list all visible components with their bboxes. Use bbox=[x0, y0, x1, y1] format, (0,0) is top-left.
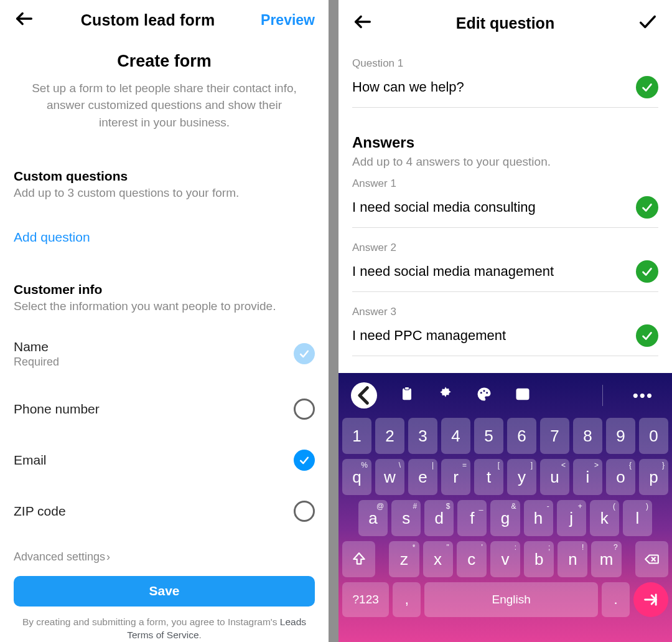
customer-info-title: Customer info bbox=[14, 282, 315, 297]
key-z[interactable]: z* bbox=[389, 541, 419, 577]
answer-text: I need social media management bbox=[352, 263, 554, 280]
key-u[interactable]: u< bbox=[540, 459, 569, 495]
key-9[interactable]: 9 bbox=[606, 418, 635, 454]
header: Edit question bbox=[338, 0, 672, 46]
key-y[interactable]: y] bbox=[507, 459, 536, 495]
key-t[interactable]: t[ bbox=[474, 459, 503, 495]
answer-input-row[interactable]: I need PPC management bbox=[352, 324, 658, 356]
field-label: Name bbox=[14, 339, 59, 354]
key-1[interactable]: 1 bbox=[342, 418, 371, 454]
back-arrow-icon[interactable] bbox=[352, 11, 373, 35]
svg-point-6 bbox=[483, 390, 485, 392]
comma-key[interactable]: , bbox=[393, 582, 421, 617]
field-row-email[interactable]: Email bbox=[14, 450, 315, 471]
key-c[interactable]: c' bbox=[457, 541, 487, 577]
key-x[interactable]: x" bbox=[423, 541, 453, 577]
more-icon[interactable]: ••• bbox=[633, 386, 653, 405]
tos-prefix: By creating and submitting a form, you a… bbox=[22, 616, 280, 627]
confirm-check-icon[interactable] bbox=[637, 11, 658, 35]
advanced-settings-link[interactable]: Advanced settings › bbox=[14, 550, 315, 564]
key-0[interactable]: 0 bbox=[639, 418, 668, 454]
enter-key[interactable] bbox=[633, 582, 668, 617]
answer-label: Answer 2 bbox=[352, 242, 658, 254]
answer-input-row[interactable]: I need social media management bbox=[352, 260, 658, 292]
custom-questions-sub: Add up to 3 custom questions to your for… bbox=[14, 186, 315, 200]
field-label: Email bbox=[14, 453, 47, 468]
add-question-link[interactable]: Add question bbox=[14, 230, 90, 245]
key-l[interactable]: l) bbox=[623, 500, 652, 536]
backspace-key[interactable] bbox=[635, 541, 668, 577]
space-key[interactable]: English bbox=[424, 582, 598, 617]
key-a[interactable]: a@ bbox=[358, 500, 388, 536]
key-r[interactable]: r= bbox=[441, 459, 470, 495]
shift-key[interactable] bbox=[342, 541, 375, 577]
keyboard-toolbar: ••• bbox=[342, 378, 668, 413]
answer-label: Answer 1 bbox=[352, 177, 658, 190]
key-n[interactable]: n! bbox=[558, 541, 587, 577]
page-subheading: Set up a form to let people share their … bbox=[29, 80, 300, 131]
key-o[interactable]: o{ bbox=[606, 459, 635, 495]
tos-suffix: . bbox=[199, 630, 202, 640]
resize-icon[interactable] bbox=[514, 385, 531, 405]
checkbox-locked-icon bbox=[294, 343, 315, 364]
checkbox-checked-icon[interactable] bbox=[294, 450, 315, 471]
key-5[interactable]: 5 bbox=[474, 418, 503, 454]
preview-link[interactable]: Preview bbox=[261, 12, 315, 29]
keyboard-collapse-icon[interactable] bbox=[351, 382, 377, 408]
key-d[interactable]: d$ bbox=[424, 500, 454, 536]
key-v[interactable]: v: bbox=[490, 541, 520, 577]
gear-icon[interactable] bbox=[437, 385, 454, 405]
question-input-row[interactable]: How can we help? bbox=[352, 76, 658, 108]
svg-rect-8 bbox=[517, 389, 529, 399]
key-q[interactable]: q% bbox=[342, 459, 371, 495]
key-p[interactable]: p} bbox=[639, 459, 668, 495]
key-w[interactable]: w\ bbox=[375, 459, 404, 495]
key-f[interactable]: f_ bbox=[457, 500, 487, 536]
key-k[interactable]: k( bbox=[590, 500, 619, 536]
field-row-phone[interactable]: Phone number bbox=[14, 399, 315, 420]
checkbox-empty-icon[interactable] bbox=[294, 399, 315, 420]
period-key[interactable]: . bbox=[602, 582, 630, 617]
key-6[interactable]: 6 bbox=[507, 418, 536, 454]
svg-point-5 bbox=[480, 392, 482, 394]
answers-sub: Add up to 4 answers to your question. bbox=[352, 155, 658, 169]
keyboard-row-bottom: ?123 , English . bbox=[342, 582, 668, 617]
answer-input-row[interactable]: I need social media consulting bbox=[352, 196, 658, 228]
key-j[interactable]: j+ bbox=[557, 500, 586, 536]
key-e[interactable]: e| bbox=[408, 459, 437, 495]
space-key-label: English bbox=[492, 593, 531, 607]
save-button[interactable]: Save bbox=[14, 576, 315, 607]
key-3[interactable]: 3 bbox=[408, 418, 437, 454]
tos-text: By creating and submitting a form, you a… bbox=[17, 615, 311, 642]
back-arrow-icon[interactable] bbox=[14, 8, 35, 32]
valid-check-icon bbox=[636, 76, 658, 98]
field-required-note: Required bbox=[14, 356, 59, 369]
key-h[interactable]: h- bbox=[524, 500, 553, 536]
key-i[interactable]: i> bbox=[573, 459, 602, 495]
field-label: ZIP code bbox=[14, 504, 66, 519]
question-label: Question 1 bbox=[352, 57, 658, 70]
answer-text: I need PPC management bbox=[352, 328, 506, 344]
key-g[interactable]: g& bbox=[490, 500, 520, 536]
symbols-key[interactable]: ?123 bbox=[342, 582, 389, 617]
symbols-key-label: ?123 bbox=[353, 593, 379, 607]
customer-info-sub: Select the information you want people t… bbox=[14, 300, 315, 313]
key-8[interactable]: 8 bbox=[573, 418, 602, 454]
key-7[interactable]: 7 bbox=[540, 418, 569, 454]
key-2[interactable]: 2 bbox=[375, 418, 404, 454]
field-row-zip[interactable]: ZIP code bbox=[14, 501, 315, 522]
valid-check-icon bbox=[636, 260, 658, 283]
key-s[interactable]: s# bbox=[391, 500, 421, 536]
answer-text: I need social media consulting bbox=[352, 199, 536, 215]
keyboard-row-qwerty: q%w\e|r=t[y]u<i>o{p} bbox=[342, 459, 668, 495]
header-title: Custom lead form bbox=[35, 11, 261, 29]
question-text: How can we help? bbox=[352, 79, 464, 95]
checkbox-empty-icon[interactable] bbox=[294, 501, 315, 522]
palette-icon[interactable] bbox=[475, 385, 493, 405]
clipboard-icon[interactable] bbox=[398, 385, 416, 405]
key-m[interactable]: m? bbox=[591, 541, 621, 577]
page-heading: Create form bbox=[14, 52, 315, 71]
period-key-label: . bbox=[614, 592, 618, 608]
key-4[interactable]: 4 bbox=[441, 418, 470, 454]
key-b[interactable]: b; bbox=[524, 541, 554, 577]
